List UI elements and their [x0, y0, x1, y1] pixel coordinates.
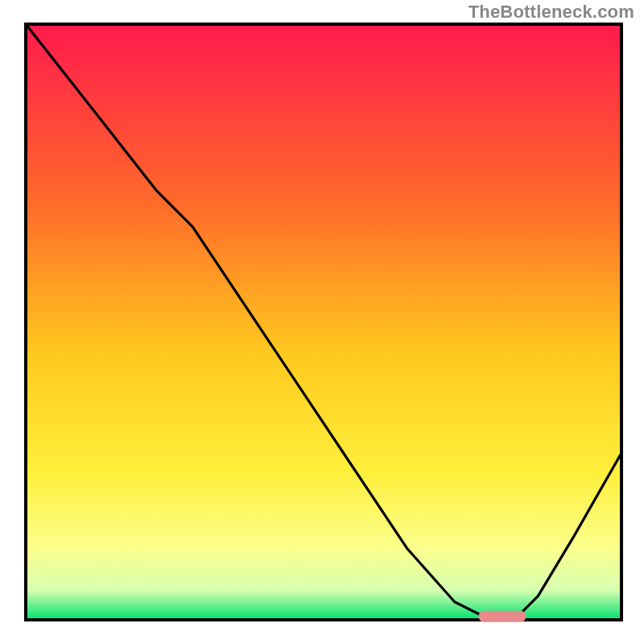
bottleneck-chart [0, 0, 644, 644]
optimal-marker [478, 611, 526, 622]
plot-area [26, 24, 621, 620]
chart-container: TheBottleneck.com [0, 0, 644, 644]
